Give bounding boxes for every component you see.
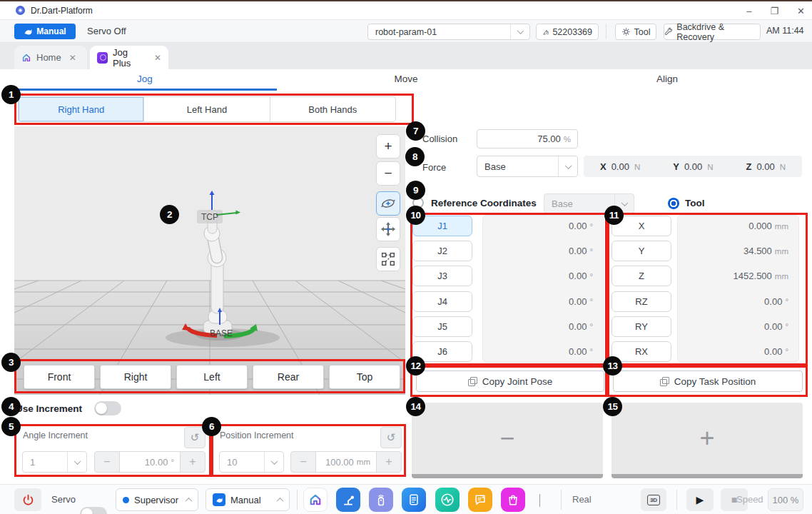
angle-increment-stepper: − 10.00° +: [94, 451, 205, 473]
orbit-rotate-button[interactable]: [376, 191, 400, 216]
tab-jog[interactable]: Jog: [14, 74, 275, 84]
joint-j2-button[interactable]: J2: [412, 241, 472, 261]
store-app-icon[interactable]: [501, 488, 525, 512]
close-icon[interactable]: ✕: [154, 53, 161, 63]
jog-plus-button[interactable]: +: [611, 403, 803, 478]
play-button[interactable]: ▶: [686, 488, 714, 511]
annotation-badge-3: 3: [1, 353, 21, 372]
left-hand-button[interactable]: Left Hand: [144, 97, 270, 121]
joint-j4-button[interactable]: J4: [412, 291, 472, 312]
maximize-button[interactable]: ❐: [770, 6, 778, 16]
joint-j5-button[interactable]: J5: [412, 316, 472, 337]
teach-pendant-app-icon[interactable]: [369, 488, 393, 512]
right-hand-button[interactable]: Right Hand: [19, 97, 144, 121]
copy-icon: [660, 377, 669, 386]
task-rz-button[interactable]: RZ: [611, 291, 671, 312]
annotation-badge-13: 13: [603, 356, 622, 376]
robot-3d-viewport[interactable]: TCP BASE + −: [14, 126, 405, 395]
divider: [561, 490, 562, 510]
task-ry-value: 0.00°: [688, 316, 788, 337]
message-app-icon[interactable]: [468, 488, 492, 512]
task-y-button[interactable]: Y: [611, 241, 671, 261]
tab-jog-plus[interactable]: Jog Plus ✕: [90, 46, 168, 69]
pan-move-icon: [380, 221, 396, 237]
copy-task-position-button[interactable]: Copy Task Position: [613, 371, 803, 392]
role-status-dot: [123, 497, 129, 503]
angle-increment-preset-select[interactable]: 1: [22, 451, 87, 473]
tab-move[interactable]: Move: [275, 74, 537, 84]
task-x-value: 0.000mm: [688, 216, 788, 236]
annotation-badge-10: 10: [406, 206, 425, 225]
view-rear-button[interactable]: Rear: [253, 365, 324, 389]
close-icon[interactable]: ✕: [69, 53, 76, 63]
task-rx-button[interactable]: RX: [611, 341, 671, 362]
zoom-in-button[interactable]: +: [376, 134, 400, 158]
view-right-button[interactable]: Right: [100, 365, 171, 389]
robot-id-box[interactable]: 52203369: [536, 24, 599, 40]
joint-j3-value: 0.00°: [493, 266, 593, 286]
pan-move-button[interactable]: [376, 217, 400, 241]
mode-select[interactable]: Manual: [205, 488, 290, 511]
both-hands-button[interactable]: Both Hands: [270, 97, 395, 121]
speed-label: Speed: [736, 494, 763, 505]
task-y-value: 34.500mm: [688, 241, 788, 261]
close-button[interactable]: ✕: [797, 6, 805, 16]
tool-button[interactable]: Tool: [615, 24, 656, 40]
joint-j3-button[interactable]: J3: [412, 266, 472, 286]
minimize-button[interactable]: –: [746, 6, 751, 16]
home-app-icon[interactable]: [303, 488, 328, 512]
tool-radio[interactable]: [668, 198, 679, 209]
backdrive-recovery-button[interactable]: Backdrive & Recovery: [664, 24, 761, 40]
power-icon: [22, 494, 34, 506]
3d-view-button[interactable]: 3D: [641, 488, 666, 511]
joint-j1-value: 0.00°: [493, 216, 593, 236]
joint-j4-value: 0.00°: [493, 291, 593, 312]
task-writer-app-icon[interactable]: [402, 488, 426, 512]
robot-param-select[interactable]: robot-param-01: [367, 24, 530, 40]
window-title: Dr.Dart-Platform: [31, 6, 93, 16]
power-button[interactable]: [14, 488, 41, 511]
position-increment-button[interactable]: +: [377, 452, 401, 472]
angle-decrement-button[interactable]: −: [95, 452, 119, 472]
wrench-icon: [664, 27, 673, 36]
view-front-button[interactable]: Front: [24, 365, 95, 389]
chevron-down-icon: [73, 458, 81, 465]
task-ry-button[interactable]: RY: [611, 316, 671, 337]
annotation-badge-9: 9: [406, 181, 425, 200]
chevron-down-icon: [517, 27, 524, 34]
use-increment-toggle[interactable]: [94, 401, 121, 415]
view-top-button[interactable]: Top: [329, 365, 400, 389]
measure-button[interactable]: [376, 247, 400, 271]
manual-mode-button[interactable]: Manual: [14, 24, 76, 39]
position-increment-reset-button[interactable]: ↺: [380, 427, 402, 448]
tool-radio-label: Tool: [685, 198, 705, 208]
angle-increment-button[interactable]: +: [181, 452, 205, 472]
robot-app-icon[interactable]: [336, 488, 360, 512]
force-readout-panel: X0.00N Y0.00N Z0.00N: [584, 156, 802, 177]
servo-toggle[interactable]: [80, 507, 107, 514]
position-decrement-button[interactable]: −: [291, 452, 315, 472]
force-label: Force: [422, 162, 446, 173]
annotation-badge-5: 5: [1, 417, 21, 436]
tab-home[interactable]: Home ✕: [14, 46, 87, 69]
task-z-button[interactable]: Z: [611, 266, 671, 286]
role-select[interactable]: Supervisor: [116, 488, 198, 511]
jog-minus-button[interactable]: −: [412, 403, 603, 478]
task-rz-value: 0.00°: [688, 291, 788, 312]
view-left-button[interactable]: Left: [176, 365, 248, 389]
annotation-badge-2: 2: [160, 205, 179, 224]
copy-joint-pose-button[interactable]: Copy Joint Pose: [416, 371, 604, 392]
position-increment-preset-select[interactable]: 10: [219, 451, 284, 473]
dock-collapse-chevron[interactable]: [539, 494, 540, 507]
zoom-out-button[interactable]: −: [376, 161, 400, 186]
task-button-column: X Y Z RZ RY RX: [611, 216, 671, 362]
copy-icon: [468, 377, 477, 386]
chevron-down-icon: [270, 458, 278, 465]
monitoring-app-icon[interactable]: [435, 488, 460, 512]
annotation-badge-1: 1: [1, 85, 21, 104]
force-frame-select[interactable]: Base: [477, 156, 578, 177]
collision-input[interactable]: 75.00 %: [477, 129, 578, 148]
tab-label: Jog Plus: [113, 47, 146, 69]
clock-label: AM 11:44: [766, 26, 804, 36]
tab-align[interactable]: Align: [537, 74, 798, 84]
